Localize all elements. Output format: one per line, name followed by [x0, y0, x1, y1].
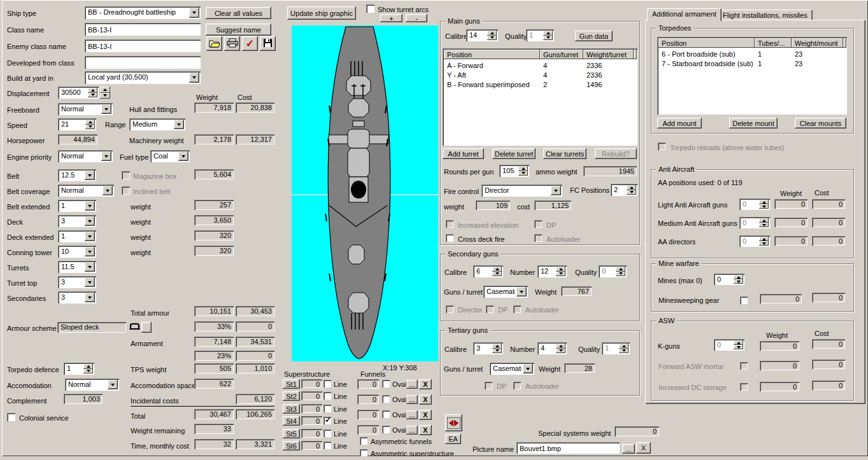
add-turret-button[interactable]: Add turret: [443, 148, 484, 159]
funnel1-delete-button[interactable]: X: [419, 379, 432, 389]
kguns-spinner[interactable]: 0: [714, 339, 744, 351]
fuel-type-dropdown[interactable]: Coal: [150, 150, 190, 162]
clear-mounts-button[interactable]: Clear mounts: [795, 118, 846, 129]
picture-browse-button[interactable]: ...: [622, 444, 635, 454]
funnel4-oval-checkbox[interactable]: [382, 426, 390, 433]
funnel2-delete-button[interactable]: X: [419, 394, 432, 405]
st6-button[interactable]: St6: [283, 441, 300, 450]
st2-line-checkbox[interactable]: [324, 392, 331, 400]
main-guns-table[interactable]: Position Guns/turret Weight/turret A - F…: [443, 48, 637, 146]
suggest-name-button[interactable]: Suggest name: [206, 24, 271, 36]
light-aa-spinner[interactable]: 0: [739, 199, 770, 210]
ship-graphic-canvas[interactable]: [292, 25, 438, 361]
delete-turret-button[interactable]: Delete turret: [492, 148, 536, 159]
turret-row-weight[interactable]: 1496: [587, 81, 602, 88]
clear-all-values-button[interactable]: Clear all values: [206, 7, 271, 19]
tertiary-guns-turret-dropdown[interactable]: Casemate:: [490, 363, 534, 375]
st1-line-checkbox[interactable]: [324, 380, 331, 387]
clear-turrets-button[interactable]: Clear turrets: [543, 148, 587, 159]
main-calibre-spinner[interactable]: 14: [466, 29, 498, 41]
tertiary-quality-spinner[interactable]: 1: [602, 342, 630, 354]
funnel3-oval-checkbox[interactable]: [382, 410, 390, 418]
flip-ship-button[interactable]: [445, 414, 462, 431]
st5-line-checkbox[interactable]: [324, 429, 331, 437]
class-name-input[interactable]: [85, 23, 201, 36]
accomodation-dropdown[interactable]: Normal: [65, 379, 119, 391]
conning-tower-dropdown[interactable]: 10: [58, 246, 96, 258]
funnel2-more-button[interactable]: ...: [406, 395, 418, 404]
colonial-service-checkbox[interactable]: [7, 413, 15, 421]
st6-line-checkbox[interactable]: [324, 442, 331, 449]
delete-mount-button[interactable]: Delete mount: [729, 118, 778, 129]
funnel2-oval-checkbox[interactable]: [382, 395, 390, 403]
st1-button[interactable]: St1: [283, 379, 300, 389]
secondary-calibre-spinner[interactable]: 6: [473, 265, 503, 277]
torpedo-row-position[interactable]: 6 - Port broadside (sub): [662, 50, 736, 58]
funnel3-delete-button[interactable]: X: [419, 410, 432, 420]
torpedo-row-tubes[interactable]: 1: [758, 50, 762, 58]
turret-row-guns[interactable]: 4: [543, 62, 547, 69]
build-yard-dropdown[interactable]: Local yard (30,500): [85, 71, 201, 84]
st3-button[interactable]: St3: [283, 404, 300, 414]
torpedo-row-position[interactable]: 7 - Starboard broadside (sub): [662, 60, 753, 67]
belt-dropdown[interactable]: 12.5: [58, 169, 96, 181]
main-guns-header-guns[interactable]: Guns/turret: [540, 50, 583, 59]
tab-flight-installations[interactable]: Flight installations, missiles: [718, 10, 813, 20]
update-ship-graphic-button[interactable]: Update ship graphic: [287, 6, 356, 20]
picture-clear-button[interactable]: X: [636, 442, 651, 454]
turrets-armour-dropdown[interactable]: 11.5: [58, 261, 96, 273]
funnel1-more-button[interactable]: ...: [406, 380, 418, 389]
asymmetric-superstructure-checkbox[interactable]: [360, 449, 367, 457]
turret-row-weight[interactable]: 2336: [587, 71, 602, 79]
secondary-number-spinner[interactable]: 12: [537, 265, 567, 277]
belt-extended-dropdown[interactable]: 1: [58, 200, 96, 212]
main-guns-header-weight[interactable]: Weight/turret: [583, 50, 634, 59]
torpedo-row-weight[interactable]: 23: [795, 50, 802, 58]
add-mount-button[interactable]: Add mount: [657, 118, 702, 129]
funnel4-delete-button[interactable]: X: [419, 425, 432, 435]
developed-from-input[interactable]: [85, 56, 201, 69]
range-dropdown[interactable]: Medium: [129, 118, 185, 130]
secondary-guns-turret-dropdown[interactable]: Casemate:: [483, 286, 528, 298]
st2-button[interactable]: St2: [283, 391, 300, 401]
turret-top-dropdown[interactable]: 3: [58, 276, 96, 288]
fc-positions-spinner[interactable]: 2: [611, 184, 637, 196]
mines-spinner[interactable]: 0: [714, 274, 744, 285]
tab-additional-armament[interactable]: Additional armament: [647, 8, 722, 21]
armour-scheme-picker-button[interactable]: [141, 322, 152, 333]
funnel4-more-button[interactable]: ...: [406, 426, 418, 435]
save-button[interactable]: [260, 36, 276, 51]
zoom-out-button[interactable]: -: [406, 14, 427, 22]
fire-control-dropdown[interactable]: Director: [481, 185, 562, 197]
displacement-spinner[interactable]: 30500: [58, 87, 99, 99]
tertiary-calibre-spinner[interactable]: 3: [473, 342, 503, 354]
turret-row-guns[interactable]: 2: [543, 81, 547, 88]
validate-button[interactable]: ✓: [242, 36, 258, 51]
torpedoes-table[interactable]: Position Tubes/... Weight/mount 6 - Port…: [657, 37, 847, 115]
displacement-fine-spinner[interactable]: [100, 87, 110, 99]
asymmetric-funnels-checkbox[interactable]: [360, 437, 367, 445]
turret-row-position[interactable]: A - Forward: [447, 62, 483, 69]
aa-directors-spinner[interactable]: 0: [739, 235, 770, 247]
deck-extended-dropdown[interactable]: 1: [58, 230, 96, 242]
torpedo-defence-spinner[interactable]: 1: [64, 363, 94, 375]
turret-row-weight[interactable]: 2336: [587, 62, 602, 69]
turret-row-position[interactable]: B - Forward superimposed: [447, 81, 530, 88]
secondaries-armour-dropdown[interactable]: 3: [58, 291, 96, 303]
ea-button[interactable]: EA: [445, 434, 461, 444]
deck-dropdown[interactable]: 3: [58, 215, 96, 227]
print-button[interactable]: [224, 36, 240, 51]
torpedo-row-tubes[interactable]: 1: [758, 60, 762, 67]
torpedo-row-weight[interactable]: 23: [795, 60, 802, 67]
torpedoes-header-weight[interactable]: Weight/mount: [792, 38, 843, 48]
funnel1-oval-checkbox[interactable]: [382, 380, 390, 387]
tertiary-number-spinner[interactable]: 4: [537, 342, 567, 354]
picture-name-input[interactable]: [516, 442, 620, 454]
main-guns-header-position[interactable]: Position: [444, 50, 540, 59]
torpedoes-header-position[interactable]: Position: [658, 38, 755, 48]
st3-line-checkbox[interactable]: [324, 405, 331, 412]
medium-aa-spinner[interactable]: 0: [739, 217, 770, 228]
engine-priority-dropdown[interactable]: Normal: [58, 150, 113, 162]
secondary-quality-spinner[interactable]: 0: [599, 265, 627, 277]
turret-row-position[interactable]: Y - Aft: [447, 71, 466, 79]
